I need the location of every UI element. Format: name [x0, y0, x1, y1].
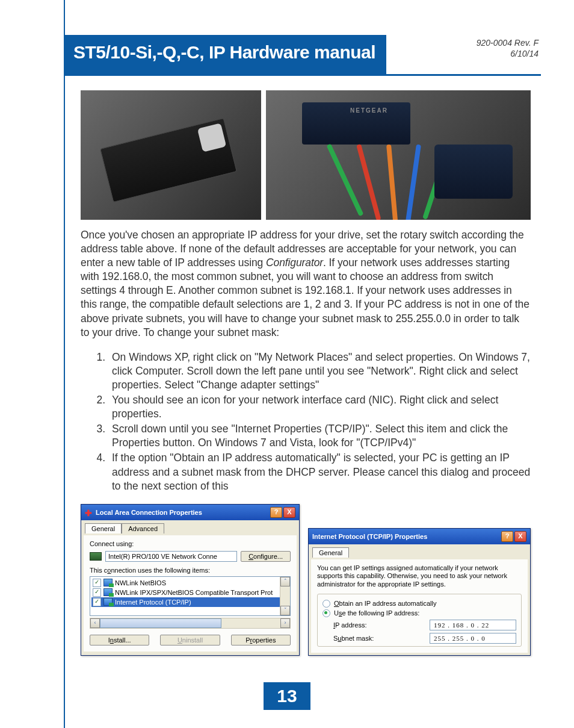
list-item-selected: ✓ Internet Protocol (TCP/IP)	[91, 597, 289, 607]
photo-drive-module	[81, 90, 261, 220]
uninstall-button[interactable]: Uninstall	[160, 635, 220, 646]
radio-auto-label: Obtain an IP address automatically	[334, 600, 436, 607]
scroll-left-icon[interactable]: ‹	[90, 618, 100, 628]
subnet-mask-label: Subnet mask:	[333, 635, 430, 642]
ip-mode-group: Obtain an IP address automatically Use t…	[317, 594, 522, 647]
tab-general[interactable]: General	[85, 523, 122, 534]
step-1: On Windows XP, right click on "My Networ…	[108, 350, 531, 392]
scroll-up-icon[interactable]: ˄	[280, 577, 290, 586]
adapter-field[interactable]: Intel(R) PRO/100 VE Network Conne	[105, 551, 237, 562]
help-button[interactable]: ?	[270, 507, 282, 518]
radio-obtain-auto[interactable]: Obtain an IP address automatically	[322, 600, 516, 608]
radio-use-following[interactable]: Use the following IP address:	[322, 609, 516, 617]
tab-advanced[interactable]: Advanced	[122, 523, 164, 534]
list-item-label: NWLink NetBIOS	[115, 579, 166, 586]
list-item: ✓ NWLink IPX/SPX/NetBIOS Compatible Tran…	[91, 588, 289, 597]
radio-icon[interactable]	[322, 609, 330, 617]
items-label: This connection uses the following items…	[90, 567, 291, 574]
adapter-icon	[90, 552, 102, 561]
dialogs-row: ✚ Local Area Connection Properties ? X G…	[81, 504, 531, 656]
page-number: 13	[264, 682, 310, 710]
left-margin-rule	[64, 0, 65, 728]
close-button[interactable]: X	[514, 531, 526, 542]
ip-address-label: IP address:	[333, 621, 430, 629]
doc-ref: 920-0004 Rev. F	[386, 37, 539, 48]
list-item: ✓ NWLink NetBIOS	[91, 578, 289, 588]
network-connection-icon: ✚	[85, 508, 93, 517]
dialog1-titlebar[interactable]: ✚ Local Area Connection Properties ? X	[81, 505, 299, 520]
tcpip-help-text: You can get IP settings assigned automat…	[317, 564, 522, 589]
page-header: ST5/10-Si,-Q,-C, IP Hardware manual 920-…	[65, 35, 541, 76]
list-item-label: NWLink IPX/SPX/NetBIOS Compatible Transp…	[115, 589, 273, 596]
step-3: Scroll down until you see "Internet Prop…	[108, 422, 531, 450]
connection-items-listbox[interactable]: ✓ NWLink NetBIOS ✓ NWLink IPX/SPX/NetBIO…	[90, 576, 291, 616]
switch-brand-label: NETGEAR	[350, 107, 388, 114]
content-area: NETGEAR Once you've chosen an appropriat…	[81, 90, 531, 656]
dialog2-titlebar[interactable]: Internet Protocol (TCP/IP) Properties ? …	[309, 529, 530, 544]
photo-network-switch: NETGEAR	[266, 90, 531, 220]
list-item-label: Internet Protocol (TCP/IP)	[115, 599, 191, 606]
second-device-depiction	[434, 145, 513, 199]
steps-list: On Windows XP, right click on "My Networ…	[81, 350, 531, 493]
dialog1-title-text: Local Area Connection Properties	[96, 509, 202, 516]
step-4: If the option "Obtain an IP address auto…	[108, 451, 531, 493]
close-button[interactable]: X	[283, 507, 295, 518]
tcpip-properties-dialog: Internet Protocol (TCP/IP) Properties ? …	[308, 528, 531, 656]
cable-orange	[386, 145, 398, 220]
scroll-right-icon[interactable]: ›	[280, 618, 290, 628]
step-2: You should see an icon for your network …	[108, 393, 531, 421]
install-button[interactable]: Install...	[90, 635, 149, 646]
subnet-mask-field[interactable]: 255 . 255 . 0 . 0	[430, 633, 516, 644]
protocol-icon	[103, 579, 113, 586]
checkbox-icon[interactable]: ✓	[93, 579, 101, 587]
listbox-horizontal-scrollbar[interactable]: ‹ ›	[90, 618, 291, 629]
scroll-down-icon[interactable]: ˅	[280, 606, 290, 615]
listbox-vertical-scrollbar[interactable]: ˄ ˅	[280, 577, 290, 615]
drive-device-depiction	[100, 118, 237, 203]
properties-button[interactable]: Properties	[231, 635, 291, 646]
radio-manual-label: Use the following IP address:	[334, 609, 419, 617]
configure-button[interactable]: Configure...	[241, 551, 291, 562]
connect-using-label: Connect using:	[90, 540, 291, 547]
checkbox-icon[interactable]: ✓	[93, 588, 101, 597]
ip-address-field[interactable]: 192 . 168 . 0 . 22	[430, 620, 516, 630]
checkbox-icon[interactable]: ✓	[93, 598, 101, 606]
protocol-icon	[103, 588, 113, 596]
protocol-icon	[103, 598, 113, 606]
help-button[interactable]: ?	[501, 531, 513, 542]
photo-row: NETGEAR	[81, 90, 531, 220]
dialog2-title-text: Internet Protocol (TCP/IP) Properties	[312, 533, 427, 540]
manual-title: ST5/10-Si,-Q,-C, IP Hardware manual	[65, 35, 386, 76]
header-meta: 920-0004 Rev. F 6/10/14	[386, 35, 541, 76]
scroll-thumb[interactable]	[100, 618, 221, 628]
cable-green	[326, 143, 363, 216]
page-number-footer: 13	[0, 682, 574, 710]
doc-date: 6/10/14	[386, 48, 539, 59]
tab-general-2[interactable]: General	[312, 547, 349, 558]
local-area-connection-dialog: ✚ Local Area Connection Properties ? X G…	[81, 504, 300, 656]
body-paragraph: Once you've chosen an appropriate IP add…	[81, 228, 531, 340]
cable-blue	[406, 144, 421, 220]
radio-icon[interactable]	[322, 600, 330, 608]
